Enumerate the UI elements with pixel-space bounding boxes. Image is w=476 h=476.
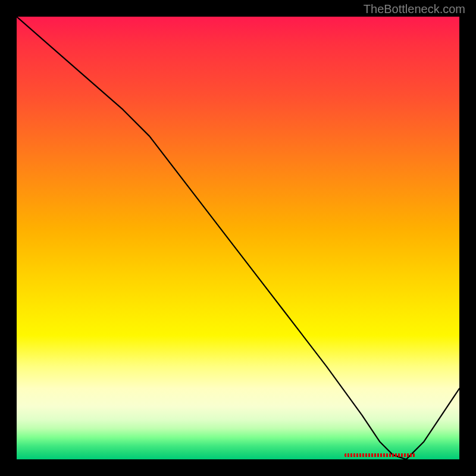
chart-plot-area xyxy=(17,17,459,459)
bottleneck-curve xyxy=(17,17,459,459)
optimal-range-marker xyxy=(345,453,415,457)
watermark-text: TheBottleneck.com xyxy=(364,2,465,16)
